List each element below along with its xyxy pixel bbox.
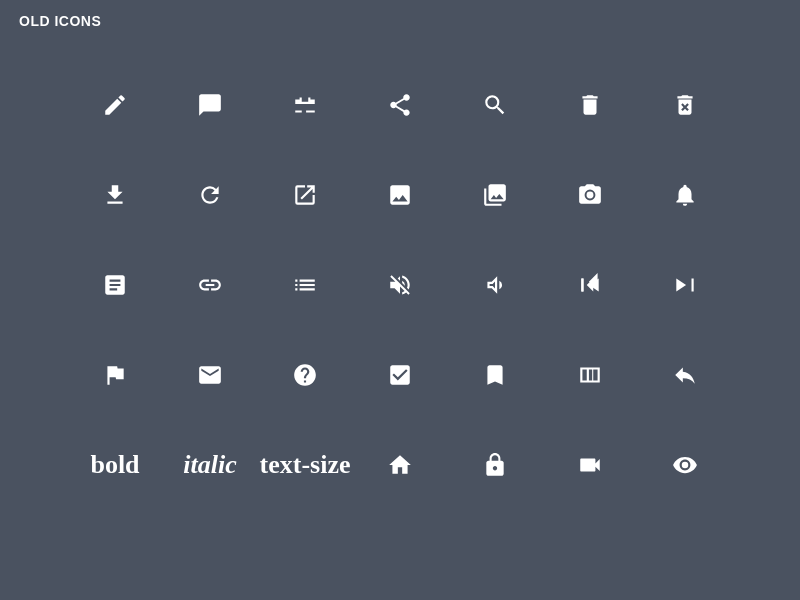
- question-icon[interactable]: [258, 330, 353, 420]
- video-icon[interactable]: [543, 420, 638, 510]
- search-icon[interactable]: [448, 60, 543, 150]
- svg-marker-3: [676, 279, 686, 292]
- bookmark-icon[interactable]: [448, 330, 543, 420]
- list-icon[interactable]: [258, 240, 353, 330]
- images-icon[interactable]: [448, 150, 543, 240]
- download-icon[interactable]: [68, 150, 163, 240]
- check-box-icon[interactable]: [353, 330, 448, 420]
- bell-icon[interactable]: [638, 150, 733, 240]
- italic-icon[interactable]: italic: [163, 420, 258, 510]
- volume-icon[interactable]: [448, 240, 543, 330]
- chat-bubble-icon[interactable]: [163, 60, 258, 150]
- text-size-icon[interactable]: text-size: [258, 420, 353, 510]
- arrow-right-bar-icon[interactable]: [638, 240, 733, 330]
- page-title: OLD ICONS: [19, 13, 101, 29]
- eye-icon[interactable]: [638, 420, 733, 510]
- bold-label: bold: [90, 450, 139, 480]
- link-icon[interactable]: [163, 240, 258, 330]
- arrow-left-bar-icon[interactable]: [543, 240, 638, 330]
- svg-rect-2: [692, 279, 694, 292]
- trash-icon[interactable]: [543, 60, 638, 150]
- text-size-label: text-size: [260, 450, 351, 480]
- external-link-icon[interactable]: [258, 150, 353, 240]
- mail-icon[interactable]: [163, 330, 258, 420]
- document-icon[interactable]: [68, 240, 163, 330]
- reply-icon[interactable]: [638, 330, 733, 420]
- columns-icon[interactable]: [543, 330, 638, 420]
- pencil-icon[interactable]: [68, 60, 163, 150]
- lock-icon[interactable]: [448, 420, 543, 510]
- image-icon[interactable]: [353, 150, 448, 240]
- sliders-icon[interactable]: [258, 60, 353, 150]
- mute-icon[interactable]: [353, 240, 448, 330]
- icons-grid: bold italic text-size: [0, 60, 800, 510]
- bold-icon[interactable]: bold: [68, 420, 163, 510]
- icon-row-4: [50, 330, 750, 420]
- flag-icon[interactable]: [68, 330, 163, 420]
- italic-label: italic: [183, 450, 236, 480]
- svg-rect-0: [581, 279, 583, 292]
- home-icon[interactable]: [353, 420, 448, 510]
- refresh-icon[interactable]: [163, 150, 258, 240]
- icon-row-5: bold italic text-size: [50, 420, 750, 510]
- icon-row-1: [50, 60, 750, 150]
- share-icon[interactable]: [353, 60, 448, 150]
- trash-alt-icon[interactable]: [638, 60, 733, 150]
- icon-row-3: [50, 240, 750, 330]
- icon-row-2: [50, 150, 750, 240]
- camera-icon[interactable]: [543, 150, 638, 240]
